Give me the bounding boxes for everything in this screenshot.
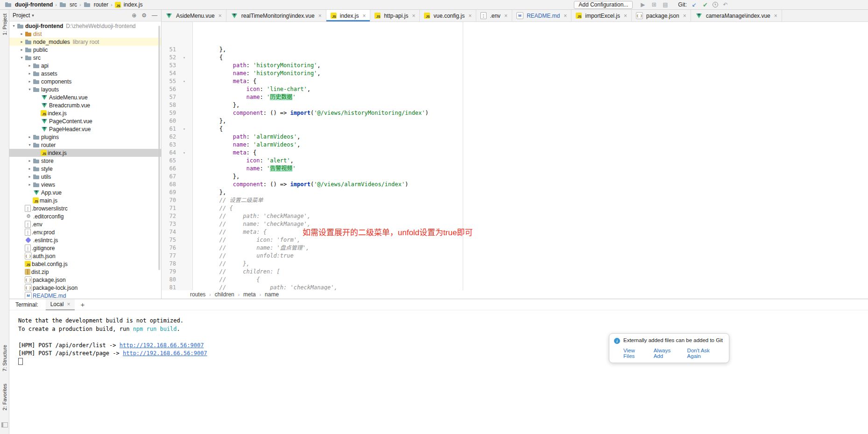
tree-chevron-icon[interactable]: ▸	[19, 32, 25, 36]
tree-row[interactable]: ▸store	[9, 157, 161, 165]
tree-chevron-icon[interactable]: ▸	[27, 79, 33, 84]
chevron-down-icon[interactable]: ▾	[32, 13, 34, 18]
tree-row[interactable]: ▾src	[9, 54, 161, 62]
tree-row[interactable]: ▾layouts	[9, 85, 161, 93]
history-icon[interactable]	[713, 2, 718, 7]
tree-row[interactable]: .env	[9, 220, 161, 228]
fold-icon[interactable]: ▾	[176, 54, 192, 62]
editor-tab[interactable]: importExcel.js×	[572, 10, 632, 21]
tree-row[interactable]: ▸dist	[9, 30, 161, 38]
tree-chevron-icon[interactable]: ▸	[19, 48, 25, 52]
editor-tab[interactable]: AsideMenu.vue×	[161, 10, 226, 21]
tree-row[interactable]: main.js	[9, 196, 161, 204]
editor-tab[interactable]: http-api.js×	[370, 10, 420, 21]
tree-chevron-icon[interactable]: ▸	[27, 182, 33, 187]
tree-row[interactable]: README.md	[9, 292, 161, 299]
tree-row[interactable]: auth.json	[9, 252, 161, 260]
fold-icon[interactable]: ▾	[176, 149, 192, 157]
project-stripe-button[interactable]: 1: Project	[2, 14, 7, 35]
git-commit-icon[interactable]: ✔	[701, 1, 709, 8]
tree-chevron-icon[interactable]: ▸	[27, 71, 33, 76]
editor-tab[interactable]: .env×	[476, 10, 512, 21]
tab-close-icon[interactable]: ×	[774, 13, 777, 19]
breadcrumb-item[interactable]: children	[215, 291, 234, 298]
editor-tab[interactable]: vue.config.js×	[420, 10, 476, 21]
tree-row[interactable]: ▸utils	[9, 173, 161, 181]
tab-close-icon[interactable]: ×	[412, 13, 415, 19]
tree-row[interactable]: .browserslistrc	[9, 204, 161, 212]
tree-chevron-icon[interactable]: ▸	[27, 167, 33, 171]
breadcrumb-item[interactable]: routes	[190, 291, 205, 298]
tree-chevron-icon[interactable]: ▸	[27, 175, 33, 179]
tree-row[interactable]: ▾duoji-frontendD:\zheheWeb\duoji-fronten…	[9, 22, 161, 30]
tree-row[interactable]: index.js	[9, 109, 161, 117]
tree-row[interactable]: babel.config.js	[9, 260, 161, 268]
tab-close-icon[interactable]: ×	[683, 13, 686, 19]
notification-action[interactable]: Don't Ask Again	[687, 348, 724, 359]
hide-panel-icon[interactable]: —	[152, 12, 157, 19]
add-configuration-button[interactable]: Add Configuration...	[574, 1, 633, 9]
tree-row[interactable]: .eslintrc.js	[9, 236, 161, 244]
tab-close-icon[interactable]: ×	[624, 13, 627, 19]
fold-icon[interactable]: ▾	[176, 77, 192, 85]
tool-window-switcher-icon[interactable]	[1, 422, 8, 427]
notification-action[interactable]: Always Add	[654, 348, 681, 359]
tab-close-icon[interactable]: ×	[468, 13, 472, 19]
tree-row[interactable]: ▸assets	[9, 70, 161, 77]
settings-icon[interactable]: ⚙	[141, 12, 147, 19]
breadcrumb-item[interactable]: index.js	[114, 1, 144, 8]
favorites-stripe-button[interactable]: 2: Favorites	[2, 384, 7, 410]
profiler-icon[interactable]: ▤	[661, 1, 669, 8]
tree-row[interactable]: .editorconfig	[9, 212, 161, 220]
tree-row[interactable]: ▸components	[9, 77, 161, 85]
tree-chevron-icon[interactable]: ▾	[19, 56, 25, 60]
terminal-link[interactable]: http://192.168.66.56:9007	[123, 350, 207, 357]
tree-chevron-icon[interactable]: ▾	[27, 143, 33, 147]
tab-close-icon[interactable]: ×	[564, 13, 567, 19]
tree-chevron-icon[interactable]: ▸	[27, 135, 33, 139]
fold-icon[interactable]: ▾	[176, 125, 192, 133]
new-terminal-button[interactable]: +	[80, 301, 85, 308]
breadcrumb-item[interactable]: router	[83, 1, 109, 8]
tree-row[interactable]: ▸views	[9, 181, 161, 189]
terminal-tab-local[interactable]: Local ×	[46, 299, 75, 310]
locate-file-icon[interactable]: ⊕	[132, 12, 136, 19]
tree-row[interactable]: Breadcrumb.vue	[9, 101, 161, 109]
git-update-icon[interactable]: ↙	[690, 1, 698, 8]
tree-row[interactable]: .gitignore	[9, 244, 161, 252]
structure-stripe-button[interactable]: 7: Structure	[2, 345, 7, 371]
editor-tab[interactable]: package.json×	[632, 10, 691, 21]
editor-tab[interactable]: README.md×	[512, 10, 572, 21]
tree-chevron-icon[interactable]: ▸	[27, 159, 33, 163]
code-editor[interactable]: 51 },52▾ {53 path: 'historyMonitoring',5…	[161, 22, 868, 290]
tree-row[interactable]: dist.zip	[9, 268, 161, 276]
rollback-icon[interactable]: ↶	[721, 1, 729, 8]
editor-tab[interactable]: realTimeMonitoring\index.vue×	[226, 10, 326, 21]
tree-row[interactable]: .env.prod	[9, 228, 161, 236]
tab-close-icon[interactable]: ×	[318, 13, 322, 19]
tree-row[interactable]: ▸node_moduleslibrary root	[9, 38, 161, 46]
tree-row[interactable]: index.js	[9, 149, 161, 157]
tree-chevron-icon[interactable]: ▸	[19, 40, 25, 44]
notification-action[interactable]: View Files	[623, 348, 648, 359]
tree-chevron-icon[interactable]: ▾	[27, 87, 33, 91]
tree-row[interactable]: PageHeader.vue	[9, 125, 161, 133]
close-icon[interactable]: ×	[67, 301, 70, 308]
tab-close-icon[interactable]: ×	[362, 13, 366, 19]
tree-row[interactable]: App.vue	[9, 189, 161, 196]
tree-row[interactable]: ▸public	[9, 46, 161, 54]
run-icon[interactable]: ▶	[639, 1, 647, 8]
breadcrumb-item[interactable]: name	[265, 291, 279, 298]
build-icon[interactable]: ⊞	[650, 1, 658, 8]
tree-chevron-icon[interactable]: ▸	[27, 63, 33, 68]
tree-row[interactable]: AsideMenu.vue	[9, 93, 161, 101]
tree-row[interactable]: package-lock.json	[9, 284, 161, 292]
breadcrumb-item[interactable]: duoji-frontend	[4, 1, 54, 8]
tab-close-icon[interactable]: ×	[504, 13, 508, 19]
breadcrumb-item[interactable]: src	[58, 1, 78, 8]
tree-row[interactable]: package.json	[9, 276, 161, 284]
tree-row[interactable]: ▾router	[9, 141, 161, 149]
tree-row[interactable]: ▸api	[9, 62, 161, 70]
tree-row[interactable]: PageContent.vue	[9, 117, 161, 125]
project-panel-title[interactable]: Project	[13, 12, 30, 19]
